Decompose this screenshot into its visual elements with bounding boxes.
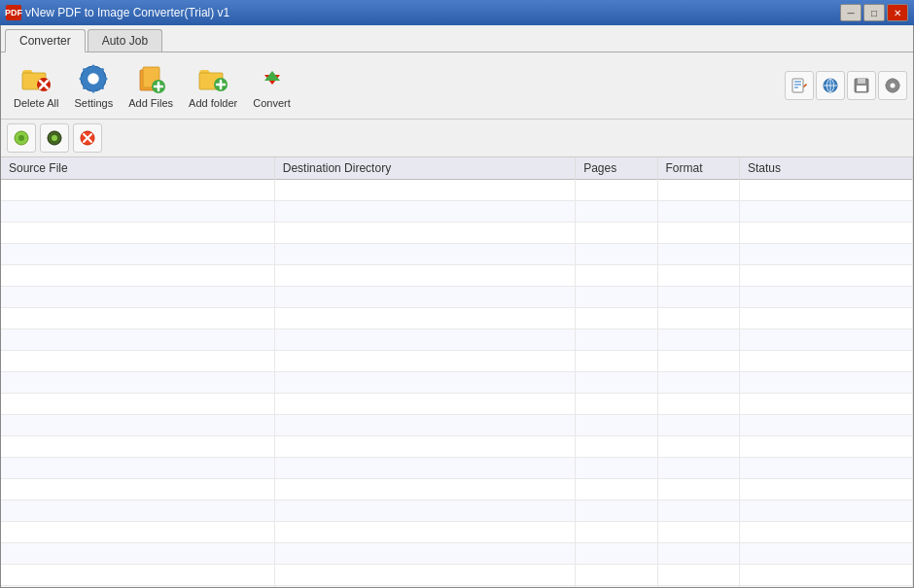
tab-autojob[interactable]: Auto Job [88,29,162,52]
title-bar-left: PDF vNew PDF to Image Converter(Trial) v… [6,5,229,20]
title-bar: PDF vNew PDF to Image Converter(Trial) v… [0,0,914,25]
table-row [1,372,913,394]
settings-label: Settings [74,97,113,109]
col-dest: Destination Directory [274,157,575,180]
table-row [1,351,913,372]
settings-icon [78,63,109,94]
convert-icon [257,63,288,94]
window-body: Converter Auto Job [0,25,914,588]
settings2-button[interactable] [878,71,907,100]
file-table-area: Source File Destination Directory Pages … [1,157,913,587]
add-folder-icon [197,63,228,94]
svg-marker-32 [803,84,807,87]
add-folder-label: Add folder [189,97,237,109]
table-row [1,265,913,287]
green-circle-button[interactable] [7,123,36,153]
table-row [1,565,913,586]
table-row [1,223,913,244]
tab-bar: Converter Auto Job [1,25,913,52]
table-row [1,308,913,329]
tab-converter[interactable]: Converter [5,29,86,52]
table-body [1,180,913,588]
table-row [1,479,913,501]
second-toolbar [1,120,913,157]
table-row [1,201,913,223]
table-row [1,501,913,522]
table-row [1,329,913,351]
file-table: Source File Destination Directory Pages … [1,157,913,587]
svg-line-13 [100,69,103,72]
table-row [1,586,913,588]
save-button[interactable] [847,71,876,100]
edit-button[interactable] [785,71,814,100]
svg-rect-38 [858,79,865,84]
window-title: vNew PDF to Image Converter(Trial) v1 [25,6,229,19]
table-row [1,436,913,458]
close-button[interactable]: ✕ [887,4,908,21]
app-icon: PDF [6,5,21,20]
col-status: Status [739,157,912,180]
web-button[interactable] [816,71,845,100]
convert-label: Convert [253,97,291,109]
svg-line-12 [100,85,103,87]
main-toolbar: Delete All [1,52,913,120]
svg-line-11 [85,69,88,72]
add-files-icon [135,63,166,94]
table-row [1,180,913,201]
toolbar-left: Delete All [7,56,298,115]
convert-button[interactable]: Convert [246,56,298,115]
delete-all-icon [20,63,52,94]
table-row [1,522,913,543]
col-format: Format [657,157,739,180]
title-buttons: ─ □ ✕ [840,4,908,21]
svg-point-47 [18,135,24,141]
add-files-button[interactable]: Add Files [122,56,180,115]
table-row [1,287,913,308]
maximize-button[interactable]: □ [863,4,885,21]
table-row [1,394,913,415]
col-pages: Pages [576,157,657,180]
delete-all-label: Delete All [14,97,58,109]
remove-button[interactable] [73,123,102,153]
add-files-label: Add Files [128,97,173,109]
svg-line-14 [85,85,88,87]
settings-button[interactable]: Settings [67,56,120,115]
table-row [1,543,913,565]
minimize-button[interactable]: ─ [840,4,861,21]
svg-rect-39 [857,86,866,91]
col-source: Source File [1,157,274,180]
svg-rect-28 [792,79,803,92]
add-folder-button[interactable]: Add folder [182,56,244,115]
table-header-row: Source File Destination Directory Pages … [1,157,913,180]
table-row [1,458,913,479]
dark-green-circle-button[interactable] [40,123,69,153]
svg-point-41 [891,84,896,88]
table-row [1,244,913,265]
svg-point-49 [52,135,57,141]
toolbar-right [785,71,907,100]
delete-all-button[interactable]: Delete All [7,56,65,115]
table-row [1,415,913,436]
